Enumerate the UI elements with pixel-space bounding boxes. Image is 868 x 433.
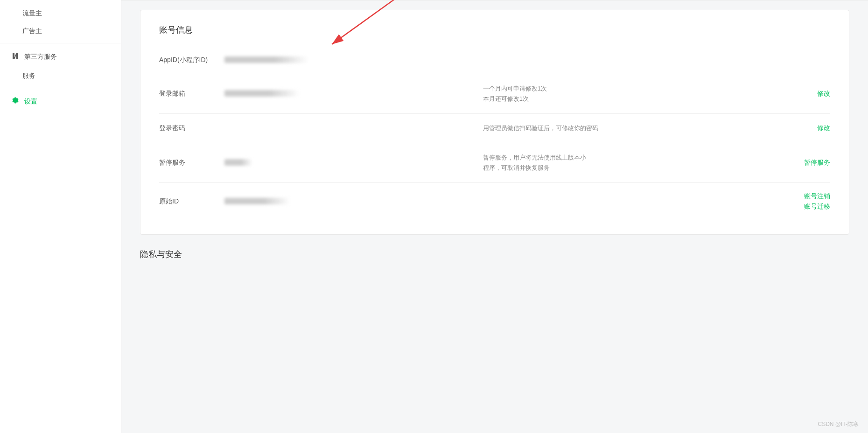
sidebar-label-advertiser: 广告主 <box>22 27 42 35</box>
email-label: 登录邮箱 <box>159 90 224 98</box>
original-id-row: 原始ID 账号注销 账号迁移 <box>159 183 830 220</box>
account-cancel-link[interactable]: 账号注销 <box>804 192 830 201</box>
sidebar-item-advertiser[interactable]: 广告主 <box>0 22 121 40</box>
sidebar-item-traffic-owner[interactable]: 流量主 <box>0 5 121 22</box>
main-content: 账号信息 AppID(小程序ID) <box>121 0 868 433</box>
watermark: CSDN @IT-陈寒 <box>818 420 859 428</box>
original-id-label: 原始ID <box>159 197 224 206</box>
original-id-action: 账号注销 账号迁移 <box>793 192 830 211</box>
sidebar-divider-2 <box>0 88 121 88</box>
email-desc: 一个月内可申请修改1次本月还可修改1次 <box>483 84 793 104</box>
suspend-blurred <box>224 159 252 166</box>
appid-row: AppID(小程序ID) <box>159 47 830 74</box>
sidebar-item-third-party[interactable]: 第三方服务 <box>0 46 121 67</box>
email-action: 修改 <box>793 90 830 98</box>
original-id-value <box>224 198 483 205</box>
privacy-section-title: 隐私与安全 <box>140 249 849 260</box>
password-edit-link[interactable]: 修改 <box>817 124 830 133</box>
sidebar-label-traffic-owner: 流量主 <box>22 9 42 17</box>
original-id-blurred <box>224 198 290 204</box>
top-divider <box>121 0 868 0</box>
suspend-row: 暂停服务 暂停服务，用户将无法使用线上版本小程序，可取消并恢复服务 暂停服务 <box>159 143 830 183</box>
account-migrate-link[interactable]: 账号迁移 <box>804 203 830 211</box>
account-section-title: 账号信息 <box>159 24 830 35</box>
appid-label: AppID(小程序ID) <box>159 56 224 64</box>
sidebar-label-settings: 设置 <box>24 98 37 106</box>
sidebar-label-third-party: 第三方服务 <box>24 53 57 61</box>
appid-value <box>224 56 483 64</box>
email-value <box>224 90 483 98</box>
suspend-service-link[interactable]: 暂停服务 <box>804 159 830 167</box>
sidebar-divider-1 <box>0 43 121 43</box>
email-blurred <box>224 90 299 97</box>
suspend-action: 暂停服务 <box>793 159 830 167</box>
appid-blurred <box>224 56 308 63</box>
settings-icon <box>11 97 20 107</box>
sidebar-label-service: 服务 <box>22 72 35 79</box>
email-edit-link[interactable]: 修改 <box>817 90 830 98</box>
svg-line-1 <box>332 0 406 44</box>
password-action: 修改 <box>793 124 830 133</box>
password-row: 登录密码 用管理员微信扫码验证后，可修改你的密码 修改 <box>159 114 830 143</box>
password-label: 登录密码 <box>159 124 224 133</box>
email-row: 登录邮箱 一个月内可申请修改1次本月还可修改1次 修改 <box>159 74 830 114</box>
suspend-desc: 暂停服务，用户将无法使用线上版本小程序，可取消并恢复服务 <box>483 153 793 173</box>
suspend-value <box>224 159 483 167</box>
account-info-card: 账号信息 AppID(小程序ID) <box>140 10 849 235</box>
password-desc: 用管理员微信扫码验证后，可修改你的密码 <box>483 123 793 133</box>
suspend-label: 暂停服务 <box>159 159 224 167</box>
sidebar-item-service[interactable]: 服务 <box>0 67 121 85</box>
sidebar-item-settings[interactable]: 设置 <box>0 91 121 112</box>
third-party-icon <box>11 52 20 62</box>
privacy-section-header: 隐私与安全 <box>121 244 868 260</box>
sidebar: 流量主 广告主 第三方服务 服务 设置 <box>0 0 121 433</box>
